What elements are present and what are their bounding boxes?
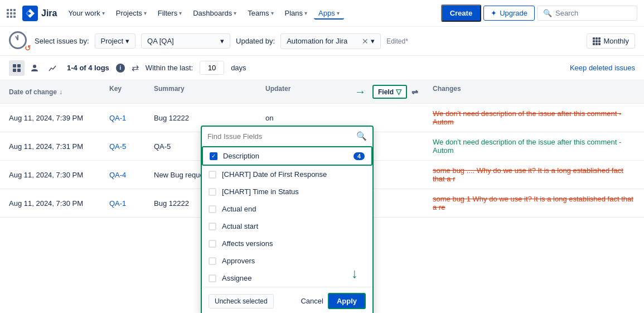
- description-badge: 4: [354, 152, 365, 160]
- select-issues-label: Select issues by:: [35, 37, 89, 45]
- dropdown-search-row: 🔍: [202, 127, 372, 146]
- chart-view-button[interactable]: [45, 60, 60, 76]
- svg-rect-0: [22, 6, 38, 21]
- create-button[interactable]: Create: [441, 4, 481, 22]
- search-icon: 🔍: [356, 131, 367, 141]
- dropdown-item-chart-time-status[interactable]: [CHART] Time in Status: [202, 183, 372, 200]
- jira-logo-text: Jira: [41, 8, 57, 18]
- cell-changes: We don't need description of the issue a…: [433, 109, 635, 126]
- cell-key[interactable]: QA-1: [109, 199, 154, 208]
- dropdown-item-chart-first-response[interactable]: [CHART] Date of First Response: [202, 166, 372, 183]
- clear-updater-icon[interactable]: ✕: [362, 37, 369, 46]
- nav-filters[interactable]: Filters ▾: [153, 7, 186, 20]
- nav-dashboards[interactable]: Dashboards ▾: [188, 7, 241, 20]
- apps-grid-icon[interactable]: [7, 9, 16, 18]
- col-header-updater: Updater: [265, 85, 355, 99]
- project-type-select[interactable]: Project ▾: [95, 33, 135, 49]
- search-input[interactable]: 🔍 Search: [537, 6, 637, 21]
- checkbox-actual-end[interactable]: [209, 205, 216, 213]
- sliders-icon[interactable]: ⇌: [411, 88, 418, 97]
- keep-deleted-link[interactable]: Keep deleted issues: [570, 64, 635, 72]
- chevron-down-icon: ▾: [102, 10, 105, 16]
- nav-plans[interactable]: Plans ▾: [280, 7, 312, 20]
- jira-logo[interactable]: Jira: [22, 6, 57, 21]
- cell-date: Aug 11, 2024, 7:30 PM: [9, 171, 109, 179]
- nav-teams[interactable]: Teams ▾: [243, 7, 278, 20]
- upgrade-button[interactable]: ✦ Upgrade: [483, 6, 535, 21]
- info-icon[interactable]: i: [116, 64, 125, 73]
- svg-rect-4: [17, 69, 21, 72]
- chevron-down-icon: ▾: [304, 10, 307, 16]
- within-label: Within the last:: [146, 64, 193, 72]
- chevron-down-icon: ▾: [179, 10, 182, 16]
- nav-your-work[interactable]: Your work ▾: [64, 7, 109, 20]
- checkbox-chart-first-response[interactable]: [209, 171, 216, 179]
- checkbox-chart-time-status[interactable]: [209, 188, 216, 196]
- cell-date: Aug 11, 2024, 7:39 PM: [9, 114, 109, 122]
- cell-changes: some bug 1 Why do we use it? It is a lon…: [433, 195, 635, 211]
- grid-icon: [13, 64, 21, 72]
- col-header-key: Key: [109, 85, 154, 99]
- field-filter-button[interactable]: Field ▽: [372, 85, 407, 99]
- nav-projects[interactable]: Projects ▾: [112, 7, 151, 20]
- person-icon: [31, 64, 38, 72]
- days-input[interactable]: [200, 61, 224, 75]
- checkbox-description[interactable]: ✓: [210, 152, 217, 160]
- chevron-down-icon: ▾: [144, 10, 147, 16]
- toolbar: ↺ Select issues by: Project ▾ QA [QA] ▾ …: [0, 27, 644, 56]
- history-icon: ↺: [9, 31, 29, 51]
- jira-logo-icon: [22, 6, 38, 21]
- grid-view-icon: [593, 37, 601, 45]
- field-search-input[interactable]: [207, 132, 353, 141]
- col-header-field[interactable]: → Field ▽ ⇌: [355, 85, 433, 99]
- cell-changes: some bug .... Why do we use it? It is a …: [433, 166, 635, 183]
- top-navigation: Jira Your work ▾ Projects ▾ Filters ▾ Da…: [0, 0, 644, 27]
- upgrade-icon: ✦: [491, 9, 497, 17]
- updated-by-label: Updated by:: [236, 37, 275, 45]
- svg-rect-1: [13, 64, 16, 68]
- col-header-date[interactable]: Date of change ↓: [9, 85, 109, 99]
- days-label: days: [231, 64, 246, 72]
- chevron-down-icon: ▾: [271, 10, 274, 16]
- cell-date: Aug 11, 2024, 7:30 PM: [9, 199, 109, 208]
- refresh-icon[interactable]: ⇄: [132, 62, 139, 73]
- table-header: Date of change ↓ Key Summary Updater → F…: [0, 80, 644, 104]
- svg-rect-2: [17, 64, 21, 68]
- cell-summary: Bug 12222: [154, 114, 265, 122]
- search-icon: 🔍: [543, 9, 552, 17]
- chevron-down-icon: ▾: [371, 37, 375, 45]
- dropdown-item-description[interactable]: ✓ Description 4: [202, 146, 372, 166]
- cell-changes: We don't need description of the issue a…: [433, 138, 635, 155]
- cell-date: Aug 11, 2024, 7:31 PM: [9, 142, 109, 151]
- chevron-down-icon: ▾: [125, 37, 129, 45]
- col-header-changes: Changes: [433, 85, 635, 99]
- dropdown-item-actual-end[interactable]: Actual end: [202, 200, 372, 218]
- chevron-down-icon: ▾: [337, 10, 340, 16]
- sort-arrow-icon: ↓: [59, 88, 62, 96]
- field-dropdown: 🔍 ✓ Description 4 [CHART] Date of First …: [201, 126, 374, 218]
- logs-count: 1-4 of 4 logs: [67, 64, 109, 72]
- chevron-down-icon: ▾: [234, 10, 236, 16]
- col-header-summary: Summary: [154, 85, 265, 99]
- updater-select[interactable]: Automation for Jira ✕ ▾: [280, 33, 381, 49]
- svg-rect-3: [13, 69, 16, 72]
- cell-key[interactable]: QA-1: [109, 114, 154, 122]
- grid-view-button[interactable]: [9, 60, 25, 76]
- cell-key[interactable]: QA-4: [109, 171, 154, 179]
- view-icons: [9, 60, 60, 76]
- filter-funnel-icon: ▽: [396, 88, 401, 96]
- chart-icon: [49, 64, 56, 72]
- nav-apps[interactable]: Apps ▾: [314, 7, 344, 20]
- monthly-button[interactable]: Monthly: [587, 33, 635, 49]
- edited-indicator: Edited*: [386, 37, 408, 45]
- svg-point-5: [33, 65, 36, 68]
- cell-key[interactable]: QA-5: [109, 142, 154, 151]
- chevron-down-icon: ▾: [220, 37, 224, 45]
- cell-updater: on: [265, 114, 355, 122]
- project-value-select[interactable]: QA [QA] ▾: [141, 33, 230, 49]
- filter-row: 1-4 of 4 logs i ⇄ Within the last: days …: [0, 56, 644, 80]
- person-view-button[interactable]: [27, 60, 42, 76]
